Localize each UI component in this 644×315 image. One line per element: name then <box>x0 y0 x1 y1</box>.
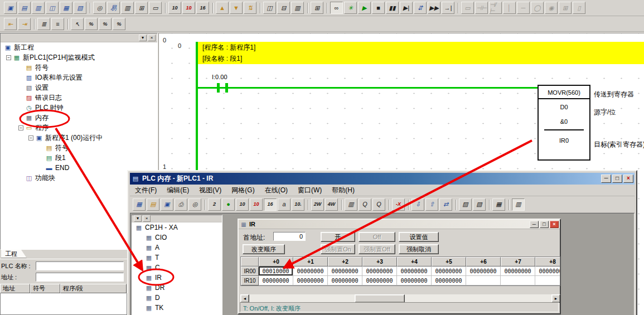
grid-toggle-icon[interactable]: ⊞ <box>135 2 148 14</box>
set-value-button[interactable]: 设置值 <box>399 232 439 242</box>
dock-menu-icon[interactable]: ▾ <box>139 35 147 41</box>
force-on-button[interactable]: 强制置On <box>321 244 355 254</box>
transfer-from-plc-icon[interactable]: ⇧ <box>425 198 438 211</box>
table-cell[interactable] <box>501 276 535 285</box>
menu-help[interactable]: 帮助(H) <box>327 185 360 196</box>
horizontal-scrollbar[interactable]: ◄ ► <box>240 294 560 303</box>
find-icon[interactable]: ◎ <box>93 2 106 14</box>
coil-nc-icon[interactable]: ◉ <box>545 2 558 14</box>
properties-window-icon[interactable]: ▧ <box>74 2 86 14</box>
table-cell[interactable]: 00000000 <box>293 276 328 285</box>
change-order-button[interactable]: 改变顺序 <box>243 244 285 254</box>
contact-i000[interactable] <box>217 83 220 93</box>
binary-display-icon[interactable]: 2 <box>208 198 221 211</box>
decimal-display-icon[interactable]: 10 <box>168 2 181 14</box>
tree-expander-icon[interactable]: − <box>18 125 23 130</box>
menu-edit[interactable]: 编辑(E) <box>162 185 194 196</box>
table-cell[interactable]: 00000000 <box>362 276 397 285</box>
tree-item-settings[interactable]: ▧ 设置 <box>1 83 157 93</box>
split-window-icon[interactable]: ◫ <box>263 2 276 14</box>
rung-comment-icon[interactable]: ▭ <box>149 2 162 14</box>
off-button[interactable]: Off <box>359 232 395 242</box>
signed-decimal-display-icon[interactable]: 10 <box>182 2 195 14</box>
cross-reference-window-icon[interactable]: ◫ <box>46 2 59 14</box>
print-icon[interactable]: ⎙ <box>175 198 187 211</box>
table-cell[interactable]: 00000000 <box>466 266 501 276</box>
tree-item-section1[interactable]: ▤ 段1 <box>1 153 157 163</box>
table-cell[interactable] <box>535 276 560 285</box>
on-button[interactable]: 开 <box>321 232 355 242</box>
address-list-icon[interactable]: ≡ <box>51 18 64 30</box>
instruction-tool-icon[interactable]: ⊞ <box>559 2 572 14</box>
coil-icon[interactable]: ◯ <box>531 2 544 14</box>
memtree-dr[interactable]: ▦ DR <box>132 283 222 293</box>
ir-window-titlebar[interactable]: ▦ IR ─ □ × <box>239 220 560 229</box>
scroll-left-icon[interactable]: ◄ <box>240 294 249 303</box>
table-cell[interactable]: 00000000 <box>362 266 397 276</box>
memtree-ir[interactable]: ▦ IR <box>132 273 222 283</box>
menu-online[interactable]: 在线(O) <box>260 185 293 196</box>
word-4w-icon[interactable]: 4W <box>325 198 338 211</box>
force-cancel-button[interactable]: 强制取消 <box>399 244 439 254</box>
ascii-display-icon[interactable]: a <box>278 198 290 211</box>
memtree-a[interactable]: ▦ A <box>132 243 222 253</box>
mnemonic-view-icon[interactable]: 易 <box>107 2 120 14</box>
table-cell[interactable]: 00000000 <box>293 266 328 276</box>
tree-item-memory[interactable]: ▦ 内存 <box>1 113 157 123</box>
tree-item-plc[interactable]: − ▦ 新PLC1[CP1H]监视模式 <box>1 52 157 62</box>
watch-window-icon[interactable]: ▥ <box>32 2 45 14</box>
indent-left-icon[interactable]: ⇤ <box>4 18 17 30</box>
online-settings-icon[interactable]: ✳ <box>344 2 357 14</box>
contact-no-icon[interactable]: ⊣⊢ <box>475 2 488 14</box>
zoom-percent-icon[interactable]: % <box>85 18 98 30</box>
tree-item-error-log[interactable]: ▨ 错误日志 <box>1 93 157 103</box>
tree-item-program1[interactable]: − ▣ 新程序1 (00)运行中 <box>1 133 157 143</box>
address-reference-icon[interactable]: ▦ <box>60 2 72 14</box>
dock-menu-icon[interactable]: ▾ <box>134 215 142 222</box>
close-icon[interactable]: × <box>148 35 156 41</box>
hex-display-icon[interactable]: 16 <box>264 198 277 211</box>
memtree-root[interactable]: ▦ CP1H - XA <box>132 222 222 232</box>
stop-mode-icon[interactable]: ■ <box>372 2 385 14</box>
print-preview-icon[interactable]: ◎ <box>188 198 201 211</box>
force-off-button[interactable]: 强制置Off <box>359 244 395 254</box>
memtree-cio[interactable]: ▦ CIO <box>132 232 222 243</box>
maximize-icon[interactable]: □ <box>540 221 549 228</box>
float-display-icon[interactable]: 10. <box>292 198 304 211</box>
data-grid-icon[interactable]: ▦ <box>133 198 146 211</box>
horizontal-line-icon[interactable]: ─ <box>517 2 530 14</box>
word-2w-icon[interactable]: 2W <box>311 198 324 211</box>
step-into-icon[interactable]: ⇵ <box>414 2 427 14</box>
ladder-view-icon[interactable]: ▥ <box>121 2 134 14</box>
tree-item-programs[interactable]: − ▭ 程序 <box>1 123 157 133</box>
address-settings-icon[interactable]: ▦ <box>492 198 505 211</box>
zoom-percent3-icon[interactable]: % <box>113 18 125 30</box>
menu-grid[interactable]: 网格(G) <box>226 185 259 196</box>
memtree-t[interactable]: ▦ T <box>132 253 222 263</box>
movr-instruction-block[interactable]: MOVR(560) D0 &0 IR0 <box>538 85 590 161</box>
tree-item-new-project[interactable]: ▣ 新工程 <box>1 42 157 52</box>
tree-item-program-symbols[interactable]: ▤ 符号 <box>1 143 157 153</box>
menu-view[interactable]: 视图(V) <box>194 185 226 196</box>
table-cell[interactable]: 00000000 <box>501 266 535 276</box>
delete-tool-icon[interactable]: ▯ <box>573 2 585 14</box>
project-tab[interactable]: 工程 <box>1 250 27 258</box>
zoom-percent2-icon[interactable]: % <box>99 18 112 30</box>
minimize-icon[interactable]: ─ <box>530 221 539 228</box>
tree-item-io-table[interactable]: ▥ IO表和单元设置 <box>1 72 157 83</box>
indent-right-icon[interactable]: ⇥ <box>18 18 31 30</box>
cascade-windows-icon[interactable]: ▥ <box>291 2 304 14</box>
monitor-settings-icon[interactable]: ▥ <box>512 198 525 211</box>
zoom-window-icon[interactable]: ⊞ <box>311 2 323 14</box>
tree-expander-icon[interactable]: − <box>28 135 33 140</box>
open-icon[interactable]: ▤ <box>147 198 159 211</box>
vertical-line-icon[interactable]: │ <box>503 2 516 14</box>
memtree-d[interactable]: ▦ D <box>132 293 222 303</box>
table-cell[interactable]: 00010000 <box>259 266 293 276</box>
clear-memory-icon[interactable]: -X <box>392 198 405 211</box>
scrollbar-thumb[interactable] <box>355 294 405 303</box>
table-cell[interactable] <box>466 276 501 285</box>
close-icon[interactable]: × <box>623 175 633 183</box>
close-icon[interactable]: × <box>143 215 151 222</box>
start-address-input[interactable]: 0 <box>273 232 306 241</box>
